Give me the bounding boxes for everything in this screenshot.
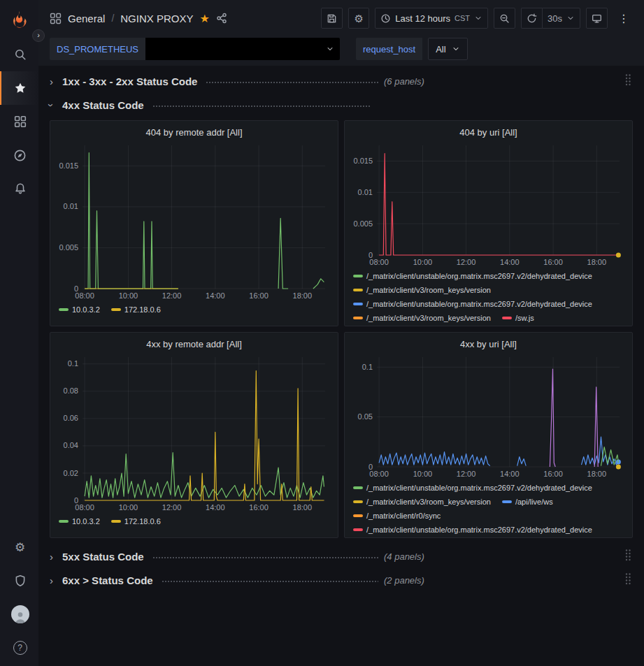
series-label: /_matrix/client/v3/room_keys/version xyxy=(366,283,491,297)
legend-item[interactable]: 10.0.3.2 xyxy=(59,303,100,317)
legend-item[interactable]: /_matrix/client/unstable/org.matrix.msc2… xyxy=(353,523,592,537)
row-drag-handle-icon[interactable] xyxy=(623,571,633,589)
legend-item[interactable]: 172.18.0.6 xyxy=(111,303,161,317)
refresh-interval-dropdown[interactable]: 30s xyxy=(542,8,580,29)
apps-grid-icon xyxy=(50,13,62,24)
dashboard-settings-button[interactable]: ⚙ xyxy=(348,8,369,29)
panel-title[interactable]: 4xx by uri [All] xyxy=(350,336,627,353)
monitor-icon xyxy=(592,13,602,24)
series-label: /_matrix/client/v3/room_keys/version xyxy=(366,311,491,325)
chevron-down-icon xyxy=(452,45,460,53)
panel-title[interactable]: 404 by remote addr [All] xyxy=(56,124,332,141)
time-range-picker[interactable]: Last 12 hours CST xyxy=(375,8,488,29)
share-icon[interactable] xyxy=(216,13,227,24)
row-dotted-line xyxy=(152,557,378,558)
legend-item[interactable]: /_matrix/client/v3/room_keys/version xyxy=(353,311,491,325)
panel-404-by-remote-addr: 404 by remote addr [All] 00.0050.010.015… xyxy=(50,120,338,326)
series-color-swatch xyxy=(111,520,121,523)
series-color-swatch xyxy=(353,500,363,503)
svg-text:14:00: 14:00 xyxy=(500,258,520,266)
sidebar-item-dashboards[interactable] xyxy=(0,105,38,138)
panel-4xx-by-uri: 4xx by uri [All] 00.050.108:0010:0012:00… xyxy=(344,332,633,538)
panel-title[interactable]: 404 by uri [All] xyxy=(350,124,627,141)
apps-grid-icon xyxy=(14,115,27,128)
legend-item[interactable]: 10.0.3.2 xyxy=(59,514,100,528)
timeseries-chart[interactable]: 00.050.108:0010:0012:0014:0016:0018:00 xyxy=(350,353,627,479)
row-drag-handle-icon[interactable] xyxy=(623,547,633,565)
chart-legend: 10.0.3.2172.18.0.6 xyxy=(56,301,332,317)
row-title: 5xx Status Code xyxy=(62,551,144,563)
row-header-4xx[interactable]: › 4xx Status Code xyxy=(50,95,633,115)
sidebar-item-configuration[interactable]: ⚙ xyxy=(0,530,38,564)
legend-item[interactable]: 172.18.0.6 xyxy=(111,514,161,528)
svg-text:0.1: 0.1 xyxy=(68,359,78,368)
breadcrumb-folder[interactable]: General xyxy=(68,13,105,24)
request-host-variable-value[interactable]: All xyxy=(428,38,467,60)
panel-grid: 404 by remote addr [All] 00.0050.010.015… xyxy=(50,120,633,538)
sidebar-item-server-admin[interactable] xyxy=(0,564,38,598)
legend-item[interactable]: /api/live/ws xyxy=(502,495,553,509)
time-range-label: Last 12 hours xyxy=(395,13,450,24)
timeseries-chart[interactable]: 00.0050.010.01508:0010:0012:0014:0016:00… xyxy=(350,141,627,267)
series-label: 10.0.3.2 xyxy=(72,303,100,317)
favorite-star-icon[interactable]: ★ xyxy=(199,12,209,25)
row-drag-handle-icon[interactable] xyxy=(623,72,633,90)
row-panel-count: (4 panels) xyxy=(384,551,424,562)
compass-icon xyxy=(13,149,27,162)
chevron-right-icon: › xyxy=(50,551,62,563)
sidebar-item-help[interactable]: ? xyxy=(0,631,38,665)
legend-item[interactable]: /_matrix/client/unstable/org.matrix.msc2… xyxy=(353,481,592,495)
question-icon: ? xyxy=(13,641,27,655)
request-host-variable-label[interactable]: request_host xyxy=(356,38,422,60)
sidebar-expand-button[interactable]: › xyxy=(32,29,45,42)
panel-title[interactable]: 4xx by remote addr [All] xyxy=(56,336,332,353)
refresh-button[interactable] xyxy=(521,8,542,29)
row-header-5xx[interactable]: › 5xx Status Code (4 panels) xyxy=(50,546,633,566)
svg-text:12:00: 12:00 xyxy=(457,470,476,478)
sidebar-item-alerting[interactable] xyxy=(0,172,38,205)
gear-icon: ⚙ xyxy=(355,13,364,24)
chevron-right-icon: › xyxy=(50,75,62,87)
svg-text:0.005: 0.005 xyxy=(353,219,373,228)
sidebar-item-profile[interactable] xyxy=(0,598,38,631)
svg-text:16:00: 16:00 xyxy=(543,258,563,266)
svg-text:16:00: 16:00 xyxy=(543,470,563,478)
save-icon xyxy=(327,13,337,24)
legend-item[interactable]: /_matrix/client/v3/room_keys/version xyxy=(353,283,491,297)
dashboard-title[interactable]: NGINX PROXY xyxy=(120,13,193,24)
row-title: 4xx Status Code xyxy=(62,99,144,111)
request-host-value-text: All xyxy=(436,44,445,55)
series-color-swatch xyxy=(353,303,363,305)
datasource-variable-value[interactable] xyxy=(145,38,340,60)
legend-item[interactable]: /_matrix/client/unstable/org.matrix.msc2… xyxy=(353,269,592,283)
chart-legend: /_matrix/client/unstable/org.matrix.msc2… xyxy=(350,267,627,325)
sidebar-item-starred[interactable] xyxy=(0,71,38,105)
legend-item[interactable]: /_matrix/client/r0/sync xyxy=(353,509,441,523)
tv-mode-button[interactable] xyxy=(586,8,608,29)
datasource-variable-label[interactable]: DS_PROMETHEUS xyxy=(50,38,145,60)
breadcrumb: General / NGINX PROXY ★ xyxy=(50,12,227,25)
row-dotted-line xyxy=(206,82,378,83)
timeseries-chart[interactable]: 00.0050.010.01508:0010:0012:0014:0016:00… xyxy=(56,141,332,301)
save-dashboard-button[interactable] xyxy=(321,8,343,29)
header-block: General / NGINX PROXY ★ ⚙ xyxy=(38,0,644,66)
row-header-1xx-3xx-2xx[interactable]: › 1xx - 3xx - 2xx Status Code (6 panels) xyxy=(50,71,633,91)
row-header-6xx[interactable]: › 6xx > Status Code (2 panels) xyxy=(50,570,633,590)
refresh-interval-label: 30s xyxy=(548,13,562,24)
refresh-icon xyxy=(527,13,537,24)
timeseries-chart[interactable]: 00.020.040.060.080.108:0010:0012:0014:00… xyxy=(56,353,332,512)
svg-text:14:00: 14:00 xyxy=(206,291,225,300)
series-label: 10.0.3.2 xyxy=(72,514,100,528)
legend-item[interactable]: /sw.js xyxy=(502,311,534,325)
gear-icon: ⚙ xyxy=(15,542,25,553)
sidebar-item-search[interactable] xyxy=(0,38,38,71)
dashboard-scroll-area[interactable]: › 1xx - 3xx - 2xx Status Code (6 panels)… xyxy=(38,66,644,666)
legend-item[interactable]: /_matrix/client/v3/room_keys/version xyxy=(353,495,491,509)
kebab-menu-button[interactable]: ⋮ xyxy=(613,8,634,29)
svg-text:0.015: 0.015 xyxy=(59,161,78,170)
svg-text:10:00: 10:00 xyxy=(119,291,138,300)
legend-item[interactable]: /_matrix/client/unstable/org.matrix.msc2… xyxy=(353,297,592,311)
svg-text:18:00: 18:00 xyxy=(587,258,607,266)
zoom-out-button[interactable] xyxy=(494,8,515,29)
sidebar-item-explore[interactable] xyxy=(0,138,38,172)
